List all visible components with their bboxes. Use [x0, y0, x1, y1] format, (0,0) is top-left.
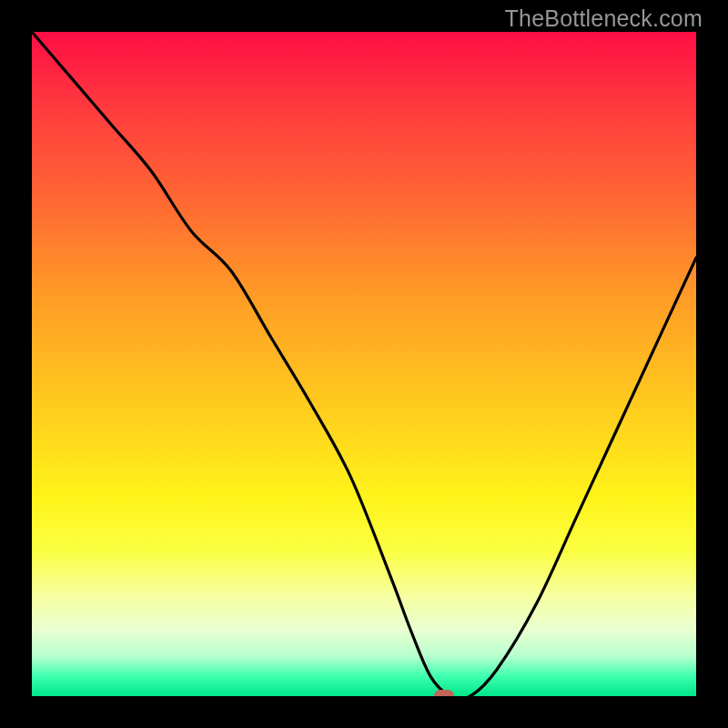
bottleneck-curve: [32, 32, 696, 696]
plot-area: [32, 32, 696, 696]
chart-frame: TheBottleneck.com: [0, 0, 728, 728]
watermark-text: TheBottleneck.com: [505, 5, 703, 32]
optimum-marker: [434, 690, 454, 696]
